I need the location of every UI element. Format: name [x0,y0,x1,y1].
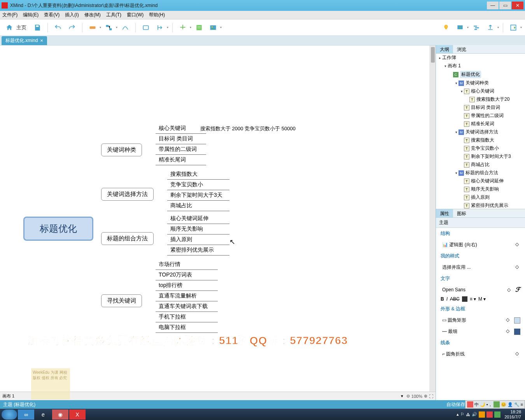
maximize-button[interactable]: ▭ [499,2,511,9]
tray-up-icon[interactable]: ▴ [457,412,459,417]
note-button[interactable] [193,21,205,34]
outline-row[interactable]: T核心关键词延伸 [436,177,525,185]
leaf[interactable]: 目标词 类目词 [156,134,206,144]
leaf[interactable]: 核心关键词延伸 [167,214,229,224]
zoom-out-button[interactable]: ⊖ [406,394,410,399]
leaf[interactable]: 竞争宝贝数小 [167,180,229,190]
leaf[interactable]: 市场行情 [156,259,218,270]
leaf[interactable]: top排行榜 [156,280,218,291]
case-button[interactable]: M ▾ [478,296,486,302]
leaf[interactable]: 紧密排列优先展示 [167,245,229,256]
tray-taobao-icon[interactable] [479,411,485,418]
outline-row[interactable]: ▾M标题的组合方法 [436,169,525,177]
summary-button[interactable] [154,21,166,34]
subtopic-button[interactable] [103,21,115,34]
outline-row[interactable]: T搜索指数大 [436,136,525,144]
outline-row[interactable]: T顺序无关影响 [436,185,525,193]
font-style-button[interactable]: ℱ [515,286,520,293]
leaf[interactable]: 手机下拉框 [156,312,218,322]
fill-color-swatch[interactable] [514,317,520,324]
export-button[interactable] [507,21,520,34]
marker-button[interactable] [177,21,189,34]
outline-row[interactable]: T插入原则 [436,193,525,201]
redo-button[interactable] [66,21,78,34]
canvas[interactable]: 标题优化 关键词种类 核心关键词 目标词 类目词 带属性的二级词 精准长尾词 搜… [0,45,436,400]
structure-select[interactable]: 📊 逻辑图 (向右)◇ [441,241,520,249]
tab-file[interactable]: 标题优化.xmind ✕ [2,36,47,45]
home-button[interactable] [3,21,16,34]
taskbar-app-2[interactable]: ◉ [52,410,68,420]
tab-browse[interactable]: 浏览 [453,45,470,53]
ime-emoji-icon[interactable]: 😊 [501,402,506,407]
leaf[interactable]: 电脑下拉框 [156,322,218,333]
ime-kbd-icon[interactable] [494,401,500,408]
image-button[interactable] [207,21,219,34]
undo-button[interactable] [52,21,64,34]
tab-outline[interactable]: 大纲 [436,45,453,53]
menu-edit[interactable]: 编辑(E) [23,12,38,18]
menu-file[interactable]: 文件(F) [2,12,18,18]
border-color-swatch[interactable] [514,329,520,335]
branch-keyword-types[interactable]: 关键词种类 [101,144,142,156]
align-button[interactable]: ≡ ▾ [470,296,476,302]
leaf[interactable]: TOP20万词表 [156,270,218,280]
filter-icon[interactable]: ▾ [401,394,403,399]
menu-modify[interactable]: 修改(M) [84,12,101,18]
italic-button[interactable]: I [446,296,448,302]
font-color-swatch[interactable] [462,296,467,302]
bold-button[interactable]: B [441,296,444,302]
menu-help[interactable]: 帮助(H) [149,12,165,18]
leaf[interactable]: 直通车关键词表下载 [156,301,218,312]
share-button[interactable] [484,21,497,34]
boundary-button[interactable] [140,21,152,34]
topic-button[interactable] [86,21,99,34]
gantt-button[interactable] [470,21,483,34]
menu-tools[interactable]: 工具(T) [106,12,121,18]
outline-row[interactable]: C标题优化 [436,70,525,79]
tray-flag-icon[interactable]: ⚐ [460,412,464,417]
ime-tool-icon[interactable]: 🔧 [514,402,520,407]
sheet-tab[interactable]: 画布 1 [2,393,14,399]
tray-vol-icon[interactable]: 🔊 [472,412,477,417]
taskbar-xmind[interactable]: X [69,410,86,420]
ime-moon-icon[interactable]: 🌙 [480,402,485,407]
start-button[interactable] [2,410,17,420]
outline-row[interactable]: T剩余下架时间大于3 [436,152,525,161]
leaf[interactable]: 带属性的二级词 [156,144,206,155]
branch-title-combine[interactable]: 标题的组合方法 [101,232,154,245]
branch-keyword-select[interactable]: 关键词选择方法 [101,188,154,201]
menu-view[interactable]: 查看(V) [44,12,60,18]
menu-insert[interactable]: 插入(I) [65,12,79,18]
idea-button[interactable] [440,21,452,34]
outline-row[interactable]: T商城占比 [436,161,525,169]
fit-button[interactable]: ⛶ [429,394,433,399]
outline-row[interactable]: ▾T核心关键词 [436,87,525,95]
leaf[interactable]: 核心关键词 [156,123,206,134]
leaf[interactable]: 插入原则 [167,234,229,245]
presentation-button[interactable] [454,21,466,34]
tray-shield-icon[interactable] [494,411,500,418]
outline-row[interactable]: T目标词 类目词 [436,103,525,112]
tab-close-icon[interactable]: ✕ [40,38,43,43]
shape-select[interactable]: ▭ 圆角矩形◇ [441,316,511,324]
ime-user-icon[interactable]: 👤 [508,402,513,407]
outline-row[interactable]: T精准长尾词 [436,120,525,128]
outline-row[interactable]: T搜索指数大于20 [436,95,525,103]
tab-icons[interactable]: 图标 [453,209,470,217]
ime-lang[interactable]: 中 [474,402,479,408]
zoom-in-button[interactable]: ⊕ [424,394,427,399]
outline-row[interactable]: ▾M关键词选择方法 [436,128,525,136]
relationship-button[interactable] [119,21,131,34]
close-button[interactable]: ✕ [512,2,523,9]
leaf[interactable]: 剩余下架时间大于3天 [167,190,229,201]
ime-settings-icon[interactable]: ≡ [521,402,523,407]
vertical-scrollbar[interactable] [429,46,436,400]
sogou-icon[interactable] [467,401,473,408]
style-select[interactable]: 选择并应用 ...◇ [441,263,520,271]
outline-row[interactable]: T紧密排列优先展示 [436,201,525,209]
outline-tree[interactable]: ▸工作簿▾画布 1C标题优化▾M关键词种类▾T核心关键词T搜索指数大于20T目标… [436,54,525,209]
save-button[interactable] [31,21,44,34]
minimize-button[interactable]: — [487,2,499,9]
taskbar-app-1[interactable]: ∞ [18,410,34,420]
taskbar-ie[interactable]: e [35,410,51,420]
